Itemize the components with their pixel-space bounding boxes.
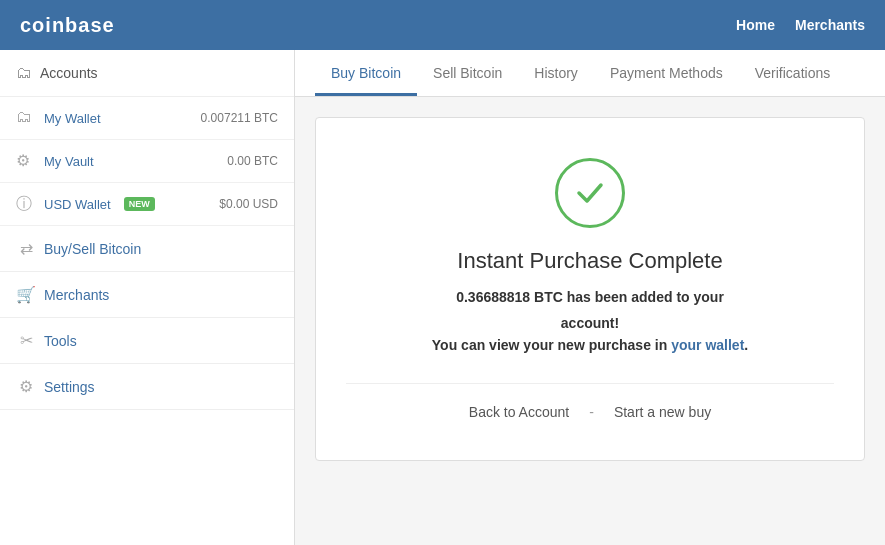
- exchange-icon: ⇄: [16, 239, 36, 258]
- sidebar-item-tools-label: Tools: [44, 333, 77, 349]
- sidebar-item-merchants[interactable]: 🛒 Merchants: [0, 272, 294, 318]
- tabs-bar: Buy Bitcoin Sell Bitcoin History Payment…: [295, 50, 885, 97]
- header-nav-merchants[interactable]: Merchants: [795, 17, 865, 33]
- tab-payment-methods[interactable]: Payment Methods: [594, 50, 739, 96]
- sidebar-item-buy-sell[interactable]: ⇄ Buy/Sell Bitcoin: [0, 226, 294, 272]
- back-to-account-link[interactable]: Back to Account: [469, 404, 569, 420]
- layout: 🗂 Accounts 🗂 My Wallet 0.007211 BTC ⚙ My…: [0, 50, 885, 545]
- wallet-name-usd: USD Wallet: [44, 197, 111, 212]
- success-message-post: .: [744, 337, 748, 353]
- tools-icon: ✂: [16, 331, 36, 350]
- wallet-name-my-vault: My Vault: [44, 154, 94, 169]
- wallet-balance-usd: $0.00 USD: [219, 197, 278, 211]
- sidebar-wallet-usd[interactable]: ⓘ USD Wallet NEW $0.00 USD: [0, 183, 294, 226]
- gear-icon: ⚙: [16, 377, 36, 396]
- success-icon: [555, 158, 625, 228]
- action-separator: -: [589, 404, 594, 420]
- sidebar-wallet-my-vault[interactable]: ⚙ My Vault 0.00 BTC: [0, 140, 294, 183]
- success-title: Instant Purchase Complete: [346, 248, 834, 274]
- content-area: Instant Purchase Complete 0.36688818 BTC…: [295, 97, 885, 481]
- tab-verifications[interactable]: Verifications: [739, 50, 846, 96]
- wallet-icon: 🗂: [16, 108, 36, 128]
- sidebar: 🗂 Accounts 🗂 My Wallet 0.007211 BTC ⚙ My…: [0, 50, 295, 545]
- sidebar-item-buy-sell-label: Buy/Sell Bitcoin: [44, 241, 141, 257]
- sidebar-item-tools[interactable]: ✂ Tools: [0, 318, 294, 364]
- sidebar-item-merchants-label: Merchants: [44, 287, 109, 303]
- sidebar-accounts-header: 🗂 Accounts: [0, 50, 294, 97]
- vault-icon: ⚙: [16, 151, 36, 171]
- sidebar-item-settings-label: Settings: [44, 379, 95, 395]
- sidebar-wallet-my-wallet[interactable]: 🗂 My Wallet 0.007211 BTC: [0, 97, 294, 140]
- success-link-line: You can view your new purchase in your w…: [346, 337, 834, 353]
- success-message-pre: You can view your new purchase in: [432, 337, 671, 353]
- main-content: Buy Bitcoin Sell Bitcoin History Payment…: [295, 50, 885, 545]
- header-nav-home[interactable]: Home: [736, 17, 775, 33]
- sidebar-item-settings[interactable]: ⚙ Settings: [0, 364, 294, 410]
- wallet-balance-my-wallet: 0.007211 BTC: [201, 111, 278, 125]
- wallet-name-my-wallet: My Wallet: [44, 111, 101, 126]
- success-amount-line2: account!: [346, 315, 834, 331]
- accounts-label: Accounts: [40, 65, 98, 81]
- header: coinbase Home Merchants: [0, 0, 885, 50]
- success-actions: Back to Account - Start a new buy: [346, 383, 834, 420]
- success-card: Instant Purchase Complete 0.36688818 BTC…: [315, 117, 865, 461]
- tab-history[interactable]: History: [518, 50, 594, 96]
- tab-buy-bitcoin[interactable]: Buy Bitcoin: [315, 50, 417, 96]
- folder-icon: 🗂: [16, 64, 32, 82]
- tab-sell-bitcoin[interactable]: Sell Bitcoin: [417, 50, 518, 96]
- your-wallet-link[interactable]: your wallet: [671, 337, 744, 353]
- new-badge: NEW: [124, 197, 155, 211]
- wallet-balance-my-vault: 0.00 BTC: [227, 154, 278, 168]
- usd-icon: ⓘ: [16, 194, 36, 214]
- header-nav: Home Merchants: [736, 17, 865, 33]
- cart-icon: 🛒: [16, 285, 36, 304]
- logo: coinbase: [20, 14, 115, 37]
- success-amount-line: 0.36688818 BTC has been added to your: [346, 289, 834, 305]
- start-new-buy-link[interactable]: Start a new buy: [614, 404, 711, 420]
